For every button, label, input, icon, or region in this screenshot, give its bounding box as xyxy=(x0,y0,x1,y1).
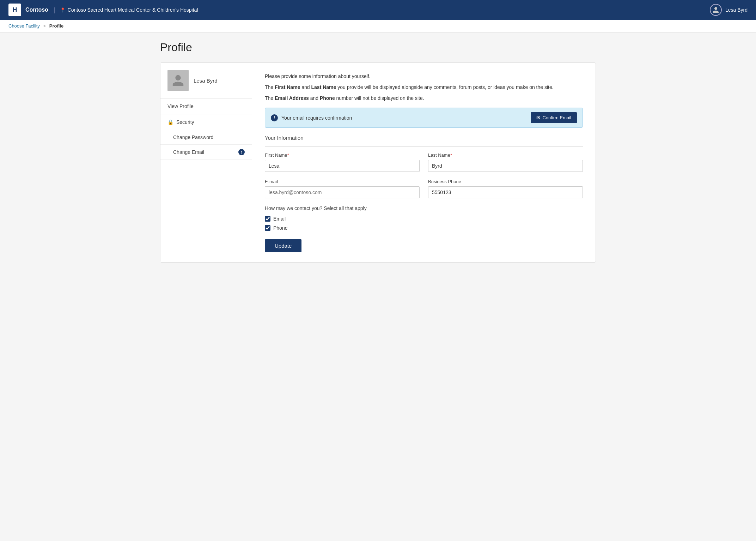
phone-input[interactable] xyxy=(428,186,583,198)
contact-checkboxes: Email Phone xyxy=(265,216,583,231)
change-email-warning-icon: ! xyxy=(238,149,245,155)
email-checkbox[interactable] xyxy=(265,216,270,222)
email-confirmation-banner: ! Your email requires confirmation ✉ Con… xyxy=(265,108,583,128)
sidebar-security-header: 🔒 Security xyxy=(160,114,252,130)
sidebar-username: Lesa Byrd xyxy=(194,78,218,84)
page-container: Profile Lesa Byrd View Profile 🔒 Securit… xyxy=(149,32,607,271)
header-divider: | xyxy=(54,6,56,14)
first-name-bold: First Name xyxy=(275,84,300,90)
header-username: Lesa Byrd xyxy=(725,7,748,13)
page-header: H Contoso | 📍 Contoso Sacred Heart Medic… xyxy=(0,0,756,20)
your-information-label: Your Information xyxy=(265,135,583,141)
phone-label: Business Phone xyxy=(428,179,583,184)
page-title: Profile xyxy=(160,41,596,54)
sidebar-profile-card: Lesa Byrd xyxy=(160,63,252,98)
email-checkbox-text: Email xyxy=(273,216,286,222)
pin-icon: 📍 xyxy=(60,7,66,13)
first-name-label: First Name* xyxy=(265,152,420,158)
last-name-required: * xyxy=(450,152,452,158)
sidebar: Lesa Byrd View Profile 🔒 Security Change… xyxy=(160,63,252,262)
alert-message: Your email requires confirmation xyxy=(281,115,352,121)
breadcrumb: Choose Facility > Profile xyxy=(0,20,756,32)
phone-checkbox[interactable] xyxy=(265,225,270,231)
contact-question: How may we contact you? Select all that … xyxy=(265,205,583,211)
section-divider xyxy=(265,146,583,147)
sidebar-item-change-email[interactable]: Change Email ! xyxy=(160,145,252,160)
info-line-1: Please provide some information about yo… xyxy=(265,73,583,80)
facility-name: 📍 Contoso Sacred Heart Medical Center & … xyxy=(60,7,198,13)
first-name-input[interactable] xyxy=(265,160,420,172)
sidebar-item-change-password[interactable]: Change Password xyxy=(160,130,252,145)
last-name-label: Last Name* xyxy=(428,152,583,158)
info-line-3: The Email Address and Phone number will … xyxy=(265,95,583,102)
last-name-bold: Last Name xyxy=(311,84,336,90)
last-name-input[interactable] xyxy=(428,160,583,172)
email-label: E-mail xyxy=(265,179,420,184)
main-content: Please provide some information about yo… xyxy=(252,63,596,262)
user-avatar xyxy=(710,4,722,16)
breadcrumb-current: Profile xyxy=(49,23,63,29)
breadcrumb-parent-link[interactable]: Choose Facility xyxy=(8,23,40,29)
app-name: Contoso xyxy=(25,7,48,13)
confirm-email-button[interactable]: ✉ Confirm Email xyxy=(531,112,577,123)
name-row: First Name* Last Name* xyxy=(265,152,583,172)
alert-text-area: ! Your email requires confirmation xyxy=(271,114,352,121)
sidebar-item-view-profile[interactable]: View Profile xyxy=(160,98,252,114)
first-name-group: First Name* xyxy=(265,152,420,172)
email-input[interactable] xyxy=(265,186,420,198)
alert-info-icon: ! xyxy=(271,114,278,121)
first-name-required: * xyxy=(287,152,289,158)
phone-bold: Phone xyxy=(320,95,335,101)
envelope-icon: ✉ xyxy=(536,115,540,120)
phone-checkbox-text: Phone xyxy=(273,225,287,231)
breadcrumb-separator: > xyxy=(43,23,46,29)
sidebar-avatar xyxy=(167,70,189,91)
app-logo: H xyxy=(8,4,21,16)
email-checkbox-label[interactable]: Email xyxy=(265,216,583,222)
phone-checkbox-label[interactable]: Phone xyxy=(265,225,583,231)
contact-row: E-mail Business Phone xyxy=(265,179,583,198)
header-right: Lesa Byrd xyxy=(710,4,748,16)
info-line-2: The First Name and Last Name you provide… xyxy=(265,84,583,91)
email-bold: Email Address xyxy=(275,95,309,101)
last-name-group: Last Name* xyxy=(428,152,583,172)
email-group: E-mail xyxy=(265,179,420,198)
update-button[interactable]: Update xyxy=(265,239,301,252)
content-layout: Lesa Byrd View Profile 🔒 Security Change… xyxy=(160,62,596,263)
lock-icon: 🔒 xyxy=(167,119,173,125)
phone-group: Business Phone xyxy=(428,179,583,198)
